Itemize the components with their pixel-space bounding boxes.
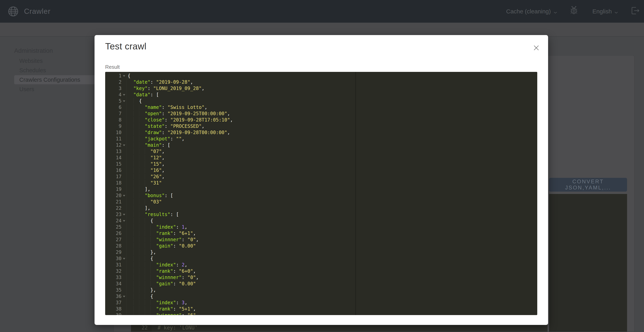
code-line: 10"draw": "2019-09-28T00:00:00", [105,129,537,136]
code-text: { [128,293,153,300]
gutter-cell: 29 [105,249,127,256]
indent-guide [139,174,139,180]
line-number: 12 [105,142,122,148]
indent-guide [139,155,139,160]
fold-arrow-icon[interactable] [123,75,125,77]
line-number: 1 [105,73,122,79]
result-json-editor[interactable]: 1{2"date": "2019-09-28",3"key": "LONU_20… [105,72,537,315]
code-text: "rank": "6+0", [128,268,196,274]
code-line: 38"rank": "5+1", [105,306,537,312]
indent-guide [133,174,134,180]
fold-arrow-icon[interactable] [123,258,125,260]
fold-arrow-icon[interactable] [123,214,125,216]
line-number: 27 [105,236,122,243]
line-number: 36 [105,293,122,300]
indent-guide [133,250,134,255]
code-line: 9"state": "PROCESSED", [105,123,537,129]
indent-guide [139,111,139,116]
indent-guide [150,300,151,306]
indent-guide [139,243,139,249]
code-text: }, [128,249,156,256]
code-line: 18"31" [105,180,537,186]
indent-guide [150,275,151,280]
indent-guide [133,206,134,211]
line-number: 10 [105,129,122,136]
indent-guide [145,294,145,299]
gutter-cell: 31 [105,262,127,268]
line-number: 19 [105,186,122,192]
gutter-cell: 35 [105,287,127,293]
code-text: "main": [ [128,142,170,148]
indent-guide [150,262,151,268]
gutter-cell: 14 [105,154,127,161]
gutter-cell: 20 [105,192,127,199]
gutter-cell: 32 [105,268,127,274]
line-number: 30 [105,256,122,262]
code-line: 19], [105,186,537,192]
indent-guide [133,136,134,142]
code-text: "15", [128,161,165,167]
code-line: 4"data": [ [105,92,537,98]
gutter-cell: 36 [105,293,127,300]
line-number: 5 [105,98,122,104]
code-text: "data": [ [128,92,159,98]
indent-guide [133,312,134,315]
gutter-cell: 15 [105,161,127,167]
code-line: 34"gain": "0.00" [105,280,537,287]
gutter-cell: 23 [105,211,127,218]
code-line: 23"results": [ [105,211,537,218]
indent-guide [133,268,134,274]
code-line: 35}, [105,287,537,293]
indent-guide [133,306,134,312]
indent-guide [145,199,145,204]
indent-guide [133,281,134,286]
line-number: 39 [105,312,122,315]
indent-guide [150,268,151,274]
code-line: 22], [105,205,537,211]
code-text: ], [128,205,150,211]
code-text: { [128,73,130,79]
line-number: 33 [105,274,122,280]
code-text: "open": "2019-09-25T00:00:00", [128,110,230,117]
indent-guide [145,180,145,186]
code-text: "winnner": "0", [128,236,199,243]
indent-guide [139,287,139,293]
code-text: "index": 3, [128,300,187,306]
indent-guide [145,155,145,160]
code-line: 5{ [105,98,537,104]
code-text: "close": "2019-09-28T17:05:10", [128,117,233,123]
code-line: 28"gain": "0.00" [105,243,537,249]
test-crawl-modal: Test crawl Result 1{2"date": "2019-09-28… [94,35,548,325]
code-text: "index": 1, [128,224,187,230]
code-line: 21"03" [105,199,537,205]
modal-title: Test crawl [105,41,146,52]
indent-guide [139,199,139,204]
fold-arrow-icon[interactable] [123,220,125,222]
indent-guide [145,306,145,312]
code-text: "07", [128,148,165,154]
indent-guide [133,180,134,186]
result-label: Result [105,64,120,70]
code-line: 14"12", [105,154,537,161]
line-number: 16 [105,167,122,174]
fold-arrow-icon[interactable] [123,195,125,196]
indent-guide [139,117,139,123]
indent-guide [139,300,139,306]
code-line: 37"index": 3, [105,300,537,306]
indent-guide [139,218,139,224]
code-lines: 1{2"date": "2019-09-28",3"key": "LONU_20… [105,73,537,315]
indent-guide [133,142,134,148]
close-button[interactable] [533,44,540,52]
fold-arrow-icon[interactable] [123,296,125,297]
indent-guide [133,168,134,173]
fold-arrow-icon[interactable] [123,94,125,96]
indent-guide [139,130,139,135]
code-text: "key": "LONU_2019_09_28", [128,85,204,92]
fold-arrow-icon[interactable] [123,100,125,102]
fold-arrow-icon[interactable] [123,144,125,146]
indent-guide [145,237,145,242]
code-text: "bonus": [ [128,192,173,199]
indent-guide [133,149,134,154]
gutter-cell: 6 [105,104,127,110]
code-text: "winnner": "0", [128,274,199,280]
